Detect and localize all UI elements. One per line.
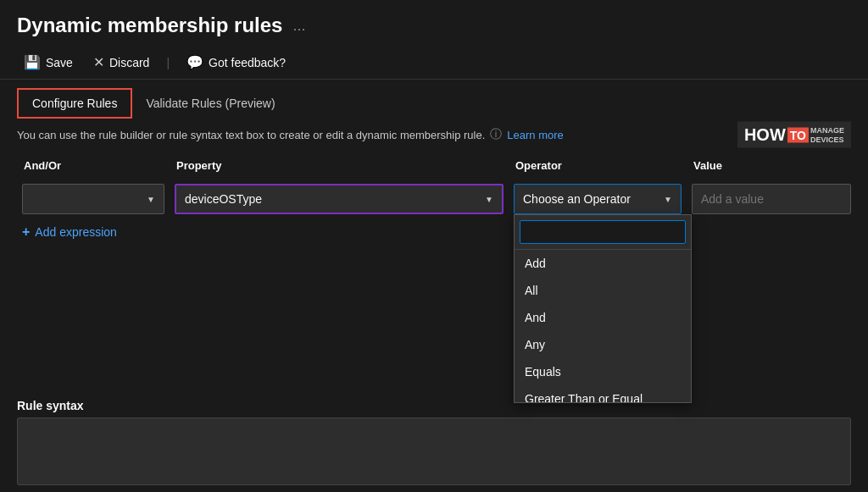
more-options-icon[interactable]: ... <box>292 17 305 35</box>
operator-dropdown-overlay: Add All And Any Equals Greater Than or E… <box>514 214 692 403</box>
operator-cell: Choose an Operator ▼ Add All And Any Equ… <box>509 180 687 218</box>
tab-configure-rules[interactable]: Configure Rules <box>17 88 132 119</box>
operator-item-and[interactable]: And <box>515 304 691 331</box>
operator-item-equals[interactable]: Equals <box>515 358 691 385</box>
property-value: deviceOSType <box>185 192 262 206</box>
property-dropdown[interactable]: deviceOSType ▼ <box>175 184 504 214</box>
operator-chevron-icon: ▼ <box>664 195 672 204</box>
add-expression-button[interactable]: + Add expression <box>17 218 851 246</box>
save-icon: 💾 <box>24 54 41 70</box>
tab-validate-rules[interactable]: Validate Rules (Preview) <box>132 88 288 119</box>
rule-row: ▼ deviceOSType ▼ Choose an Operator ▼ <box>17 180 851 218</box>
logo-how: HOW <box>744 125 786 145</box>
page-header: Dynamic membership rules ... <box>0 0 868 46</box>
discard-label: Discard <box>109 56 149 69</box>
and-or-cell: ▼ <box>17 180 170 218</box>
operator-dropdown[interactable]: Choose an Operator ▼ <box>514 184 682 214</box>
add-expression-label: Add expression <box>35 225 117 239</box>
col-header-operator: Operator <box>509 156 687 175</box>
save-label: Save <box>46 56 73 69</box>
value-cell <box>687 180 856 218</box>
col-header-and-or: And/Or <box>17 156 170 175</box>
rule-syntax-title: Rule syntax <box>17 399 851 412</box>
property-cell: deviceOSType ▼ <box>170 180 509 218</box>
info-text: You can use the rule builder or rule syn… <box>17 129 485 141</box>
operator-dropdown-list: Add All And Any Equals Greater Than or E… <box>515 250 691 402</box>
info-bar: You can use the rule builder or rule syn… <box>0 119 868 151</box>
logo-text: MANAGE DEVICES <box>810 125 844 144</box>
property-chevron-icon: ▼ <box>485 195 493 204</box>
info-icon[interactable]: ⓘ <box>490 127 502 142</box>
rule-syntax-section: Rule syntax <box>0 392 868 492</box>
column-headers: And/Or Property Operator Value <box>17 151 851 180</box>
learn-more-link[interactable]: Learn more <box>507 129 563 141</box>
operator-item-any[interactable]: Any <box>515 331 691 358</box>
operator-item-add[interactable]: Add <box>515 250 691 277</box>
logo-to: TO <box>787 127 809 142</box>
logo-watermark: HOW TO MANAGE DEVICES <box>737 122 851 148</box>
save-button[interactable]: 💾 Save <box>17 51 80 74</box>
discard-icon: ✕ <box>93 54 104 70</box>
operator-search-input[interactable] <box>520 220 686 244</box>
add-expression-plus-icon: + <box>22 224 30 240</box>
feedback-label: Got feedback? <box>209 56 286 69</box>
operator-item-all[interactable]: All <box>515 277 691 304</box>
operator-item-greater[interactable]: Greater Than or Equal <box>515 385 691 402</box>
and-or-dropdown[interactable]: ▼ <box>22 184 164 214</box>
toolbar-divider: | <box>166 56 170 69</box>
value-input[interactable] <box>692 184 851 214</box>
tabs-container: Configure Rules Validate Rules (Preview) <box>0 80 868 119</box>
feedback-icon: 💬 <box>186 54 203 70</box>
toolbar: 💾 Save ✕ Discard | 💬 Got feedback? <box>0 46 868 80</box>
discard-button[interactable]: ✕ Discard <box>86 51 156 74</box>
page-title: Dynamic membership rules <box>17 14 282 37</box>
and-or-chevron-icon: ▼ <box>147 195 155 204</box>
feedback-button[interactable]: 💬 Got feedback? <box>180 51 292 74</box>
rule-builder: And/Or Property Operator Value ▼ deviceO… <box>0 151 868 392</box>
operator-placeholder: Choose an Operator <box>523 192 631 206</box>
col-header-property: Property <box>170 156 509 175</box>
col-header-value: Value <box>687 156 856 175</box>
rule-syntax-box[interactable] <box>17 417 851 485</box>
operator-search-container <box>515 215 691 250</box>
